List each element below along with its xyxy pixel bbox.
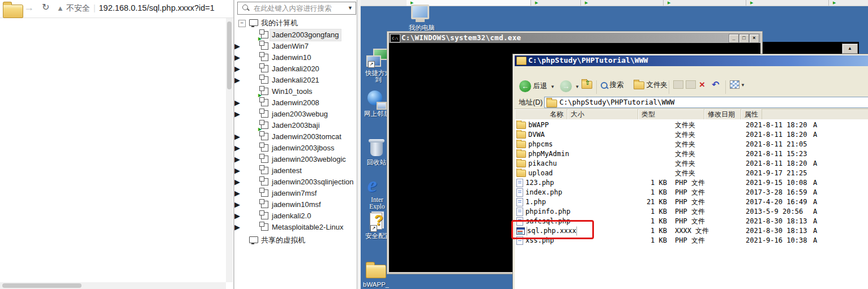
file-row[interactable]: bWAPP 文件夹 2021-8-11 18:20 A	[515, 120, 868, 130]
minimize-button[interactable]: _	[729, 34, 739, 43]
collapse-icon[interactable]: −	[238, 20, 246, 27]
scroll-up-icon[interactable]: ▲	[842, 44, 858, 54]
vm-running-icon: ▶	[234, 212, 240, 220]
vm-list-item[interactable]: ▶ jadenwin2003weblogic	[234, 154, 359, 165]
file-icon	[516, 131, 526, 139]
vm-icon	[261, 167, 268, 174]
file-date: 2021-8-11 21:05	[742, 140, 808, 149]
vm-icon	[261, 156, 268, 163]
tab-play-icon: ▶	[833, 1, 836, 5]
search-button[interactable]: 搜索	[601, 80, 623, 94]
search-icon	[601, 82, 608, 89]
column-header[interactable]: 属性	[741, 109, 762, 119]
vm-list-item[interactable]: ▶ Jadenkali2021	[234, 75, 359, 86]
file-size: 21 KB	[618, 197, 671, 207]
desktop-icon[interactable]	[0, 0, 26, 21]
vm-list-item[interactable]: ▶ jadenkali2.0	[234, 210, 359, 222]
back-button[interactable]: ← 后退 ▼	[519, 80, 555, 94]
file-row[interactable]: 123.php 1 KB PHP 文件 2021-9-15 10:08 A	[515, 178, 868, 188]
file-row[interactable]: 1.php 21 KB PHP 文件 2017-4-20 16:49 A	[515, 197, 868, 207]
code-line	[1, 209, 225, 217]
file-row[interactable]: upload 文件夹 2021-9-17 21:25	[515, 169, 868, 178]
tab-play-icon: ▶	[585, 1, 588, 5]
vm-icon	[261, 201, 268, 208]
address-bar[interactable]: ▲不安全|192.168.0.15/sql.php.xxxx?id=1	[57, 3, 215, 14]
vm-list-item[interactable]: ▶ jadenwin10msf	[234, 199, 359, 210]
vm-search-input[interactable]: 在此处键入内容进行搜索 ▼	[237, 2, 356, 15]
desktop-icon[interactable]: 我的电脑	[409, 3, 435, 31]
delete-button[interactable]: ×	[699, 79, 705, 93]
desktop-icon[interactable]: bWAPP_1	[363, 260, 389, 288]
file-row[interactable]: index.php 1 KB PHP 文件 2017-3-28 16:59 A	[515, 188, 868, 197]
vm-list-item[interactable]: ▶ JadenWin7	[234, 41, 359, 52]
browser-horizontal-scrollbar[interactable]	[0, 282, 226, 289]
folder-icon	[546, 100, 557, 107]
vm-list-item[interactable]: ▶ jaden2003webug	[234, 109, 359, 120]
column-header[interactable]: 类型	[638, 109, 704, 119]
cmd-titlebar[interactable]: C:\ C:\WINDOWS\system32\cmd.exe _ □ ×	[389, 33, 760, 43]
vm-list-item[interactable]: ▶ Win10_tools	[234, 86, 359, 97]
file-icon	[516, 160, 526, 167]
up-button[interactable]: ⇧	[581, 80, 592, 94]
tree-root-my-computer[interactable]: − 我的计算机	[234, 17, 359, 29]
file-size: 1 KB	[618, 207, 671, 217]
address-input[interactable]: C:\phpStudy\PHPTutorial\WWW	[544, 97, 868, 108]
reload-icon[interactable]: ↻	[42, 2, 49, 12]
vmware-tab-strip[interactable]: ▶ ▶ ▶ ▶ ▶ ▶	[361, 0, 868, 6]
folders-button[interactable]: 文件夹	[634, 80, 668, 94]
search-dropdown-icon[interactable]: ▼	[348, 5, 353, 11]
desktop-icon[interactable]: 回收站	[365, 138, 388, 166]
vm-list-item[interactable]: ▶ jadentest	[234, 165, 359, 176]
code-line	[1, 107, 225, 115]
maximize-button[interactable]: □	[739, 34, 749, 43]
file-name: phpinfo.php	[525, 207, 570, 217]
vm-name: Win10_tools	[272, 86, 313, 97]
close-button[interactable]: ×	[749, 34, 759, 43]
vm-list-item[interactable]: ▶ Jadenwin10	[234, 52, 359, 63]
vm-list-item[interactable]: ▶ jadenwin7msf	[234, 188, 359, 199]
views-button[interactable]: ▼	[730, 80, 745, 94]
file-row[interactable]: phpMyAdmin 文件夹 2021-8-11 15:23	[515, 149, 868, 159]
file-icon	[516, 141, 526, 148]
tree-shared-vms[interactable]: 共享的虚拟机	[234, 234, 359, 247]
vm-name: Metasploitable2-Linux	[272, 222, 343, 233]
shared-vms-label: 共享的虚拟机	[261, 234, 305, 247]
cmd-icon: C:\	[390, 34, 400, 42]
file-type: PHP 文件	[671, 207, 742, 217]
undo-button[interactable]: ↶	[712, 79, 719, 93]
file-name: 1.php	[525, 197, 546, 207]
browser-vertical-scrollbar[interactable]	[226, 18, 233, 282]
code-line	[1, 124, 225, 132]
vm-running-icon: ▶	[234, 98, 240, 107]
file-list-area: 名称大小类型修改日期属性 bWAPP 文件夹 2021-8-11 18:20 A…	[515, 109, 868, 289]
tree-root-label: 我的计算机	[261, 17, 298, 29]
vm-running-icon: ▶	[234, 166, 240, 175]
column-header[interactable]: 名称	[515, 109, 567, 119]
file-row[interactable]: DVWA 文件夹 2021-8-11 18:20 A	[515, 130, 868, 140]
forward-icon: →	[560, 80, 572, 92]
file-row[interactable]: phpcms 文件夹 2021-8-11 21:05	[515, 140, 868, 149]
vm-list-item[interactable]: ▶ Jaden2003baji	[234, 120, 359, 131]
desktop-icon-label: 回收站	[365, 159, 388, 166]
vm-name: jaden2003webug	[272, 109, 328, 120]
vm-list-item[interactable]: ▶ Jadenwin2003tomcat	[234, 131, 359, 143]
folder-icon	[2, 0, 24, 20]
file-row[interactable]: phpinfo.php 1 KB PHP 文件 2013-5-9 20:56 A	[515, 207, 868, 217]
vm-icon	[261, 144, 268, 152]
column-header[interactable]: 修改日期	[704, 109, 741, 119]
vm-list-item[interactable]: ▶ Jaden2003gongfang	[234, 29, 359, 41]
vm-icon	[261, 76, 268, 84]
tab-play-icon: ▶	[750, 1, 753, 5]
forward-button[interactable]: → ▼	[560, 80, 579, 94]
move-to-button[interactable]	[673, 80, 683, 94]
vm-list-item[interactable]: ▶ Jadenwin2008	[234, 97, 359, 109]
vm-list-item[interactable]: ▶ Metasploitable2-Linux	[234, 222, 359, 233]
vm-list-item[interactable]: ▶ jadenwin2003sqlinjection	[234, 176, 359, 188]
file-row[interactable]: pikachu 文件夹 2021-8-11 18:20 A	[515, 159, 868, 169]
explorer-titlebar[interactable]: C:\phpStudy\PHPTutorial\WWW	[515, 55, 868, 66]
vm-list-item[interactable]: ▶ Jadenkali2020	[234, 63, 359, 75]
column-header[interactable]: 大小	[567, 109, 638, 119]
vm-list-item[interactable]: ▶ jadenwin2003jboss	[234, 143, 359, 154]
copy-to-button[interactable]	[686, 80, 696, 94]
vm-name: jadenkali2.0	[272, 210, 311, 222]
